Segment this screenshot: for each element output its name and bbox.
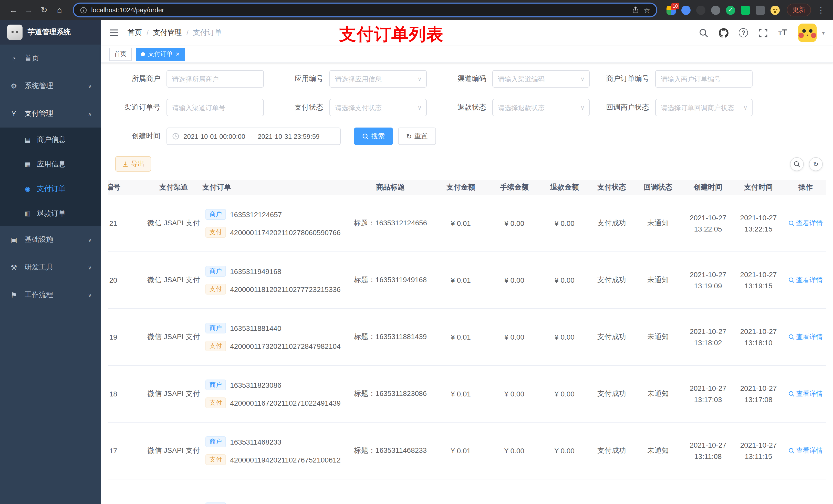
date-end: 2021-10-31 23:59:59 [258, 133, 319, 140]
sidebar-item-pay-order[interactable]: ◉ 支付订单 [0, 177, 101, 201]
chevron-down-icon: ∨ [88, 237, 92, 242]
notify-status-select[interactable]: ∨ [655, 99, 753, 116]
app-logo[interactable]: 芋道管理系统 [0, 20, 101, 45]
font-size-icon[interactable]: T T [779, 28, 787, 38]
extension-icon-puzzle[interactable] [756, 5, 765, 15]
tab-pay-order[interactable]: 支付订单 × [136, 47, 185, 61]
refresh-button[interactable]: ↻ [809, 157, 823, 171]
cell-action: 查看详情 [783, 219, 826, 228]
search-icon [788, 277, 794, 283]
cell-created-time: 2021-10-2713:18:02 [682, 326, 734, 348]
cell-title: 标题：1635311949168 [348, 275, 433, 285]
sidebar-item-merchant-info[interactable]: ▤ 商户信息 [0, 127, 101, 152]
merchant-order-input[interactable] [655, 70, 753, 88]
sidebar-item-payment[interactable]: ¥ 支付管理 ∧ [0, 100, 101, 127]
pay-tag: 支付 [206, 398, 226, 408]
cell-amount: ¥ 0.01 [433, 390, 489, 398]
browser-update-button[interactable]: 更新 [787, 4, 811, 16]
cell-title: 标题：1635311823086 [348, 389, 433, 399]
view-detail-link[interactable]: 查看详情 [788, 219, 823, 228]
filter-merchant-order-no: 商户订单编号 [597, 70, 753, 88]
avatar[interactable] [799, 24, 817, 42]
sidebar-item-refund-order[interactable]: ▥ 退款订单 [0, 201, 101, 226]
address-bar[interactable]: localhost:1024/pay/order ☆ [73, 3, 657, 18]
cell-status: 支付成功 [589, 446, 634, 455]
site-info-icon[interactable] [80, 6, 87, 14]
extension-icon-gray[interactable] [711, 5, 720, 15]
extension-icon-chat[interactable] [741, 5, 750, 15]
table-row: 18 微信 JSAPI 支付 商户 1635311823086 支付 42000… [108, 366, 826, 423]
cell-title: 标题：1635311881439 [348, 332, 433, 342]
channel-code-field[interactable] [498, 75, 584, 83]
sidebar-item-system[interactable]: ⚙ 系统管理 ∨ [0, 72, 101, 100]
browser-menu-icon[interactable]: ⋮ [815, 5, 827, 15]
browser-chrome: ← → ↻ ⌂ localhost:1024/pay/order ☆ 10 ✓ [0, 0, 833, 20]
pay-status-field[interactable] [335, 104, 421, 112]
browser-home-button[interactable]: ⌂ [52, 3, 67, 17]
reset-button[interactable]: ↻ 重置 [398, 127, 436, 145]
bookmark-star-icon[interactable]: ☆ [644, 6, 650, 14]
sidebar-item-devtools[interactable]: ⚒ 研发工具 ∨ [0, 254, 101, 281]
filter-app-no: 应用编号 ∨ [271, 70, 427, 88]
cell-status: 支付成功 [589, 275, 634, 285]
merchant-input-field[interactable] [172, 75, 258, 83]
grid-icon: ▦ [24, 161, 32, 168]
table-header: 编号支付渠道支付订单商品标题支付金额手续金额退款金额支付状态回调状态创建时间支付… [108, 180, 826, 195]
channel-code-select[interactable]: ∨ [492, 70, 590, 88]
tab-home[interactable]: 首页 [109, 47, 132, 61]
merchant-input[interactable] [166, 70, 264, 88]
refund-status-select[interactable]: ∨ [492, 99, 590, 116]
menu-label: 支付订单 [37, 184, 66, 194]
column-header: 退款金额 [540, 183, 589, 192]
table-row: 17 微信 JSAPI 支付 商户 1635311468233 支付 42000… [108, 423, 826, 479]
filter-label: 支付状态 [271, 103, 329, 112]
channel-order-input[interactable] [166, 99, 264, 116]
extension-icon-check[interactable]: ✓ [726, 5, 735, 15]
cell-status: 支付成功 [589, 389, 634, 399]
date-range-picker[interactable]: 2021-10-01 00:00:00 - 2021-10-31 23:59:5… [166, 127, 341, 145]
merchant-order-field[interactable] [661, 75, 747, 83]
close-icon[interactable]: × [176, 50, 180, 58]
view-detail-link[interactable]: 查看详情 [788, 446, 823, 455]
notify-status-field[interactable] [661, 104, 747, 112]
table-row: 19 微信 JSAPI 支付 商户 1635311881440 支付 42000… [108, 309, 826, 366]
sidebar-item-home[interactable]: ◔ 首页 [0, 45, 101, 72]
app-no-select[interactable]: ∨ [329, 70, 427, 88]
channel-order-field[interactable] [172, 104, 258, 112]
extension-icon-dark[interactable] [696, 5, 706, 15]
sidebar-item-infra[interactable]: ▣ 基础设施 ∨ [0, 226, 101, 254]
cell-paid-time: 2021-10-2713:22:15 [734, 212, 783, 235]
sidebar-item-workflow[interactable]: ⚑ 工作流程 ∨ [0, 281, 101, 309]
breadcrumb-pay-manage[interactable]: 支付管理 [153, 28, 182, 38]
pay-status-select[interactable]: ∨ [329, 99, 427, 116]
cell-pay-order: 商户 1635311949168 支付 42000011812021102777… [203, 266, 348, 294]
export-button[interactable]: 导出 [115, 156, 151, 172]
browser-forward-button[interactable]: → [22, 3, 36, 17]
view-detail-link[interactable]: 查看详情 [788, 275, 823, 285]
view-detail-link[interactable]: 查看详情 [788, 332, 823, 342]
view-detail-link[interactable]: 查看详情 [788, 389, 823, 399]
share-icon[interactable] [632, 6, 640, 14]
search-toggle-button[interactable] [790, 157, 804, 171]
sidebar-collapse-icon[interactable] [109, 28, 119, 38]
breadcrumb-home[interactable]: 首页 [127, 28, 142, 38]
menu-label: 支付管理 [25, 109, 53, 118]
sidebar-item-app-info[interactable]: ▦ 应用信息 [0, 152, 101, 177]
search-icon[interactable] [699, 28, 709, 38]
browser-reload-button[interactable]: ↻ [37, 3, 51, 17]
cell-refund: ¥ 0.00 [540, 447, 589, 455]
extension-icon-pin[interactable] [681, 5, 691, 15]
extension-icon-dots[interactable]: 10 [667, 5, 676, 15]
help-icon[interactable]: ? [739, 28, 748, 38]
fullscreen-icon[interactable] [759, 28, 768, 38]
page-content: 所属商户 应用编号 ∨ [101, 63, 833, 504]
refund-status-field[interactable] [498, 104, 584, 112]
caret-down-icon[interactable]: ▾ [822, 29, 825, 36]
search-button[interactable]: 搜索 [354, 127, 393, 145]
browser-back-button[interactable]: ← [6, 3, 21, 17]
app-no-select-field[interactable] [335, 75, 421, 83]
github-icon[interactable] [719, 28, 729, 38]
extension-badge: 10 [671, 3, 679, 9]
extension-icon-smiley[interactable] [770, 5, 780, 15]
merchant-tag: 商户 [206, 502, 226, 504]
